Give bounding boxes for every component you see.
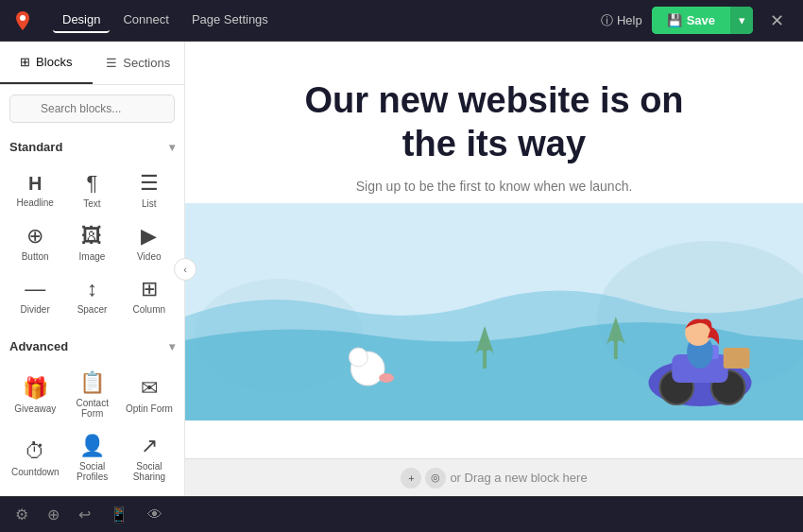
- svg-rect-12: [724, 348, 750, 369]
- save-button[interactable]: 💾 Save: [652, 7, 730, 34]
- block-spacer[interactable]: ↕ Spacer: [64, 269, 119, 320]
- block-countdown[interactable]: ⏱ Countdown: [8, 426, 63, 488]
- button-label: Button: [22, 251, 49, 262]
- block-column[interactable]: ⊞ Column: [122, 269, 177, 320]
- tab-sections[interactable]: ☰ Sections: [93, 42, 185, 84]
- standard-label: Standard: [9, 140, 62, 154]
- save-dropdown-button[interactable]: ▾: [730, 7, 753, 34]
- giveaway-label: Giveaway: [14, 403, 56, 414]
- divider-label: Divider: [21, 304, 50, 315]
- canvas-area: Our new website is on the its way Sign u…: [185, 42, 803, 496]
- advanced-collapse-icon[interactable]: ▾: [169, 340, 175, 353]
- settings-icon[interactable]: ⚙: [15, 506, 28, 523]
- preview-icon[interactable]: 👁: [147, 506, 162, 523]
- wave-svg: [185, 203, 803, 420]
- blocks-grid-icon: ⊞: [20, 55, 30, 69]
- top-nav: Design Connect Page Settings: [53, 8, 278, 33]
- image-icon: 🖼: [81, 226, 102, 247]
- block-icon[interactable]: ♥ Icon: [65, 489, 120, 496]
- svg-point-0: [20, 15, 26, 21]
- sidebar-tabs: ⊞ Blocks ☰ Sections: [0, 42, 184, 85]
- canvas-page: Our new website is on the its way Sign u…: [185, 42, 803, 458]
- video-icon: ▶: [141, 226, 157, 247]
- add-block-icon-2: ◎: [425, 468, 446, 489]
- block-list[interactable]: ☰ List: [122, 163, 177, 215]
- block-button[interactable]: ⊕ Button: [8, 216, 62, 267]
- help-button[interactable]: ⓘ Help: [601, 12, 642, 29]
- headline-label: Headline: [16, 197, 53, 208]
- drag-block-label: or Drag a new block here: [450, 471, 587, 485]
- block-contact-form[interactable]: 📋 Contact Form: [65, 363, 120, 424]
- optin-form-label: Optin Form: [126, 403, 173, 414]
- block-divider[interactable]: — Divider: [8, 269, 62, 320]
- block-headline[interactable]: H Headline: [8, 163, 62, 215]
- search-input[interactable]: [9, 94, 175, 123]
- block-social-sharing[interactable]: ↗ Social Sharing: [122, 426, 177, 488]
- text-label: Text: [83, 198, 100, 209]
- page-subtitle: Sign up to be the first to know when we …: [356, 179, 633, 194]
- page-title: Our new website is on the its way: [296, 79, 692, 165]
- image-label: Image: [79, 251, 106, 262]
- nav-design[interactable]: Design: [53, 8, 110, 33]
- headline-icon: H: [28, 174, 42, 193]
- social-sharing-label: Social Sharing: [126, 461, 173, 482]
- countdown-label: Countdown: [11, 467, 60, 477]
- block-progress-bar[interactable]: ▬ Progress Bar: [8, 489, 63, 496]
- spacer-icon: ↕: [87, 279, 97, 300]
- device-icon[interactable]: 📱: [110, 506, 128, 523]
- standard-collapse-icon[interactable]: ▾: [169, 141, 175, 154]
- block-image-box[interactable]: 🖼 Image Box: [122, 489, 177, 496]
- tab-blocks[interactable]: ⊞ Blocks: [0, 42, 93, 84]
- top-bar-left: Design Connect Page Settings: [11, 8, 278, 33]
- block-optin-form[interactable]: ✉ Optin Form: [122, 363, 177, 424]
- block-image[interactable]: 🖼 Image: [64, 216, 119, 267]
- text-icon: ¶: [87, 173, 98, 194]
- nav-connect[interactable]: Connect: [113, 8, 178, 33]
- sidebar-collapse-button[interactable]: ‹: [174, 258, 196, 281]
- sidebar: ⊞ Blocks ☰ Sections 🔍 Standard ▾: [0, 42, 185, 496]
- block-video[interactable]: ▶ Video: [122, 216, 177, 267]
- giveaway-icon: 🎁: [23, 378, 48, 399]
- standard-blocks-grid: H Headline ¶ Text ☰ List ⊕ Button 🖼 I: [0, 160, 184, 332]
- social-sharing-icon: ↗: [141, 436, 158, 456]
- video-label: Video: [137, 251, 161, 262]
- undo-icon[interactable]: ↩: [78, 506, 91, 523]
- share-icon[interactable]: ⊕: [47, 506, 60, 523]
- button-icon: ⊕: [26, 226, 43, 247]
- block-text[interactable]: ¶ Text: [64, 163, 119, 215]
- bottom-toolbar: ⚙ ⊕ ↩ 📱 👁: [0, 496, 803, 532]
- save-button-group: 💾 Save ▾: [652, 7, 753, 34]
- drop-zone-bar: + ◎ or Drag a new block here: [185, 458, 803, 496]
- logo-icon: [11, 9, 34, 32]
- svg-point-5: [349, 348, 367, 367]
- top-bar: Design Connect Page Settings ⓘ Help 💾 Sa…: [0, 0, 803, 42]
- list-icon: ☰: [140, 173, 159, 194]
- advanced-blocks-grid: 🎁 Giveaway 📋 Contact Form ✉ Optin Form ⏱…: [0, 359, 184, 496]
- sidebar-wrapper: ⊞ Blocks ☰ Sections 🔍 Standard ▾: [0, 42, 185, 496]
- illustration-area: [185, 203, 803, 420]
- standard-section-header: Standard ▾: [0, 132, 184, 160]
- top-bar-right: ⓘ Help 💾 Save ▾ ✕: [601, 7, 792, 35]
- contact-form-label: Contact Form: [69, 398, 116, 419]
- advanced-section-header: Advanced ▾: [0, 332, 184, 359]
- add-block-icon-1: +: [401, 468, 421, 489]
- sections-list-icon: ☰: [106, 56, 117, 70]
- column-icon: ⊞: [141, 279, 158, 300]
- list-label: List: [142, 198, 157, 209]
- svg-point-6: [379, 373, 394, 383]
- close-button[interactable]: ✕: [762, 7, 792, 35]
- save-icon: 💾: [667, 13, 682, 27]
- main-area: ⊞ Blocks ☰ Sections 🔍 Standard ▾: [0, 42, 803, 496]
- drag-block-area[interactable]: + ◎ or Drag a new block here: [401, 468, 587, 489]
- help-circle-icon: ⓘ: [601, 12, 613, 29]
- nav-page-settings[interactable]: Page Settings: [182, 8, 278, 33]
- block-giveaway[interactable]: 🎁 Giveaway: [8, 363, 63, 424]
- social-profiles-label: Social Profiles: [69, 461, 116, 482]
- column-label: Column: [133, 304, 165, 315]
- optin-form-icon: ✉: [141, 378, 158, 399]
- divider-icon: —: [25, 279, 45, 300]
- svg-rect-15: [483, 350, 487, 369]
- social-profiles-icon: 👤: [79, 436, 105, 456]
- contact-form-icon: 📋: [79, 372, 105, 393]
- block-social-profiles[interactable]: 👤 Social Profiles: [65, 426, 120, 488]
